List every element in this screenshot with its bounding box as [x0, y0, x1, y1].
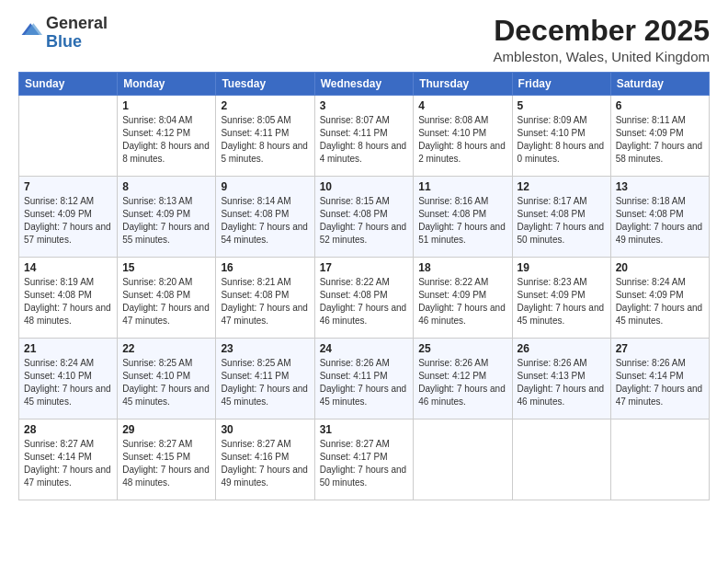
- day-info: Sunrise: 8:27 AMSunset: 4:15 PMDaylight:…: [122, 438, 210, 489]
- calendar-cell: 21Sunrise: 8:24 AMSunset: 4:10 PMDayligh…: [19, 339, 118, 419]
- day-number: 1: [122, 99, 210, 112]
- day-info: Sunrise: 8:26 AMSunset: 4:13 PMDaylight:…: [518, 357, 606, 408]
- calendar-cell: 28Sunrise: 8:27 AMSunset: 4:14 PMDayligh…: [19, 419, 118, 500]
- day-number: 23: [221, 342, 309, 355]
- day-number: 15: [122, 261, 210, 274]
- header: General Blue December 2025 Ambleston, Wa…: [18, 15, 710, 64]
- calendar-cell: 26Sunrise: 8:26 AMSunset: 4:13 PMDayligh…: [512, 339, 610, 419]
- calendar-cell: 22Sunrise: 8:25 AMSunset: 4:10 PMDayligh…: [118, 339, 216, 419]
- calendar-cell: 29Sunrise: 8:27 AMSunset: 4:15 PMDayligh…: [118, 419, 216, 500]
- day-info: Sunrise: 8:22 AMSunset: 4:08 PMDaylight:…: [320, 276, 409, 327]
- day-info: Sunrise: 8:24 AMSunset: 4:09 PMDaylight:…: [616, 276, 704, 327]
- col-saturday: Saturday: [610, 73, 709, 96]
- page: General Blue December 2025 Ambleston, Wa…: [0, 0, 728, 563]
- day-info: Sunrise: 8:19 AMSunset: 4:08 PMDaylight:…: [24, 276, 112, 327]
- day-info: Sunrise: 8:14 AMSunset: 4:08 PMDaylight:…: [221, 195, 309, 247]
- day-number: 14: [24, 261, 112, 274]
- day-number: 16: [221, 261, 309, 274]
- calendar-cell: 7Sunrise: 8:12 AMSunset: 4:09 PMDaylight…: [19, 177, 118, 258]
- day-info: Sunrise: 8:21 AMSunset: 4:08 PMDaylight:…: [221, 276, 309, 327]
- calendar-week-row: 14Sunrise: 8:19 AMSunset: 4:08 PMDayligh…: [19, 258, 710, 339]
- calendar-cell: 13Sunrise: 8:18 AMSunset: 4:08 PMDayligh…: [610, 177, 709, 258]
- calendar-cell: 10Sunrise: 8:15 AMSunset: 4:08 PMDayligh…: [314, 177, 414, 258]
- col-thursday: Thursday: [414, 73, 512, 96]
- calendar-cell: 11Sunrise: 8:16 AMSunset: 4:08 PMDayligh…: [414, 177, 512, 258]
- day-info: Sunrise: 8:18 AMSunset: 4:08 PMDaylight:…: [616, 195, 704, 247]
- calendar-week-row: 7Sunrise: 8:12 AMSunset: 4:09 PMDaylight…: [19, 177, 710, 258]
- calendar-cell: 20Sunrise: 8:24 AMSunset: 4:09 PMDayligh…: [610, 258, 709, 339]
- calendar-cell: 12Sunrise: 8:17 AMSunset: 4:08 PMDayligh…: [512, 177, 610, 258]
- calendar-cell: 16Sunrise: 8:21 AMSunset: 4:08 PMDayligh…: [216, 258, 314, 339]
- calendar-cell: 18Sunrise: 8:22 AMSunset: 4:09 PMDayligh…: [414, 258, 512, 339]
- col-wednesday: Wednesday: [314, 73, 414, 96]
- day-number: 4: [418, 99, 506, 112]
- day-info: Sunrise: 8:05 AMSunset: 4:11 PMDaylight:…: [221, 114, 309, 166]
- calendar-cell: [610, 419, 709, 500]
- col-tuesday: Tuesday: [216, 73, 314, 96]
- calendar-week-row: 21Sunrise: 8:24 AMSunset: 4:10 PMDayligh…: [19, 339, 710, 419]
- day-number: 28: [24, 423, 112, 436]
- day-number: 30: [221, 423, 309, 436]
- calendar-cell: 27Sunrise: 8:26 AMSunset: 4:14 PMDayligh…: [610, 339, 709, 419]
- calendar-header-row: Sunday Monday Tuesday Wednesday Thursday…: [19, 73, 710, 96]
- day-info: Sunrise: 8:23 AMSunset: 4:09 PMDaylight:…: [518, 276, 606, 327]
- day-number: 17: [320, 261, 409, 274]
- day-info: Sunrise: 8:26 AMSunset: 4:12 PMDaylight:…: [418, 357, 506, 408]
- day-info: Sunrise: 8:25 AMSunset: 4:11 PMDaylight:…: [221, 357, 309, 408]
- day-info: Sunrise: 8:07 AMSunset: 4:11 PMDaylight:…: [320, 114, 409, 166]
- day-info: Sunrise: 8:26 AMSunset: 4:11 PMDaylight:…: [320, 357, 409, 408]
- day-info: Sunrise: 8:27 AMSunset: 4:16 PMDaylight:…: [221, 438, 309, 489]
- day-info: Sunrise: 8:15 AMSunset: 4:08 PMDaylight:…: [320, 195, 409, 247]
- day-number: 7: [24, 180, 112, 193]
- day-number: 24: [320, 342, 409, 355]
- calendar-cell: 24Sunrise: 8:26 AMSunset: 4:11 PMDayligh…: [314, 339, 414, 419]
- day-info: Sunrise: 8:24 AMSunset: 4:10 PMDaylight:…: [24, 357, 112, 408]
- day-info: Sunrise: 8:04 AMSunset: 4:12 PMDaylight:…: [122, 114, 210, 166]
- day-number: 27: [616, 342, 704, 355]
- calendar-cell: 9Sunrise: 8:14 AMSunset: 4:08 PMDaylight…: [216, 177, 314, 258]
- day-number: 19: [518, 261, 606, 274]
- calendar-cell: 14Sunrise: 8:19 AMSunset: 4:08 PMDayligh…: [19, 258, 118, 339]
- day-info: Sunrise: 8:13 AMSunset: 4:09 PMDaylight:…: [122, 195, 210, 247]
- calendar-cell: [512, 419, 610, 500]
- day-number: 3: [320, 99, 409, 112]
- day-number: 25: [418, 342, 506, 355]
- calendar-cell: [414, 419, 512, 500]
- calendar-cell: 4Sunrise: 8:08 AMSunset: 4:10 PMDaylight…: [414, 96, 512, 177]
- day-number: 6: [616, 99, 704, 112]
- day-info: Sunrise: 8:11 AMSunset: 4:09 PMDaylight:…: [616, 114, 704, 166]
- location-title: Ambleston, Wales, United Kingdom: [494, 49, 710, 64]
- calendar-cell: 25Sunrise: 8:26 AMSunset: 4:12 PMDayligh…: [414, 339, 512, 419]
- col-sunday: Sunday: [19, 73, 118, 96]
- day-info: Sunrise: 8:27 AMSunset: 4:14 PMDaylight:…: [24, 438, 112, 489]
- day-number: 22: [122, 342, 210, 355]
- col-monday: Monday: [118, 73, 216, 96]
- calendar-cell: 3Sunrise: 8:07 AMSunset: 4:11 PMDaylight…: [314, 96, 414, 177]
- calendar-cell: 1Sunrise: 8:04 AMSunset: 4:12 PMDaylight…: [118, 96, 216, 177]
- day-info: Sunrise: 8:20 AMSunset: 4:08 PMDaylight:…: [122, 276, 210, 327]
- calendar-cell: 8Sunrise: 8:13 AMSunset: 4:09 PMDaylight…: [118, 177, 216, 258]
- day-number: 5: [518, 99, 606, 112]
- title-block: December 2025 Ambleston, Wales, United K…: [494, 15, 710, 64]
- day-number: 20: [616, 261, 704, 274]
- day-info: Sunrise: 8:09 AMSunset: 4:10 PMDaylight:…: [518, 114, 606, 166]
- logo: General Blue: [18, 15, 108, 52]
- calendar-cell: 17Sunrise: 8:22 AMSunset: 4:08 PMDayligh…: [314, 258, 414, 339]
- calendar-cell: 5Sunrise: 8:09 AMSunset: 4:10 PMDaylight…: [512, 96, 610, 177]
- logo-blue-text: Blue: [46, 32, 82, 51]
- calendar-week-row: 28Sunrise: 8:27 AMSunset: 4:14 PMDayligh…: [19, 419, 710, 500]
- day-info: Sunrise: 8:25 AMSunset: 4:10 PMDaylight:…: [122, 357, 210, 408]
- day-info: Sunrise: 8:22 AMSunset: 4:09 PMDaylight:…: [418, 276, 506, 327]
- day-number: 21: [24, 342, 112, 355]
- day-number: 11: [418, 180, 506, 193]
- day-number: 18: [418, 261, 506, 274]
- day-info: Sunrise: 8:08 AMSunset: 4:10 PMDaylight:…: [418, 114, 506, 166]
- day-number: 29: [122, 423, 210, 436]
- calendar-cell: 31Sunrise: 8:27 AMSunset: 4:17 PMDayligh…: [314, 419, 414, 500]
- calendar-cell: 15Sunrise: 8:20 AMSunset: 4:08 PMDayligh…: [118, 258, 216, 339]
- col-friday: Friday: [512, 73, 610, 96]
- day-number: 2: [221, 99, 309, 112]
- day-info: Sunrise: 8:27 AMSunset: 4:17 PMDaylight:…: [320, 438, 409, 489]
- calendar-cell: [19, 96, 118, 177]
- day-number: 31: [320, 423, 409, 436]
